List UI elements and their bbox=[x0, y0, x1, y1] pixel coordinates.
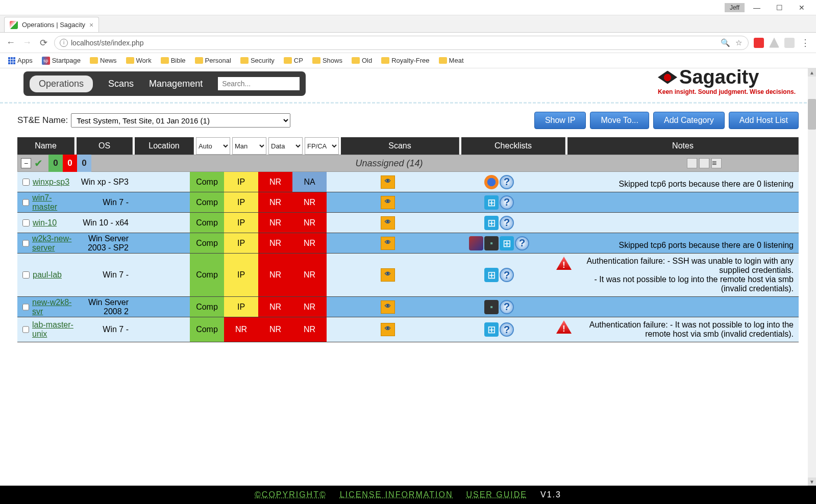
window-close-button[interactable]: ✕ bbox=[792, 1, 812, 15]
nessus-icon[interactable] bbox=[381, 175, 395, 189]
win-icon[interactable] bbox=[484, 268, 499, 282]
nessus-icon[interactable] bbox=[381, 216, 395, 230]
q-icon[interactable]: ? bbox=[500, 300, 514, 314]
col-man-select[interactable]: Man bbox=[232, 137, 266, 155]
bookmark-startpage[interactable]: spStartpage bbox=[39, 56, 84, 66]
row-checkbox[interactable] bbox=[22, 304, 29, 311]
cube-icon[interactable] bbox=[469, 236, 483, 250]
window-maximize-button[interactable]: ☐ bbox=[769, 1, 789, 15]
bookmark-folder[interactable]: Old bbox=[349, 56, 375, 65]
footer-copyright-link[interactable]: ©COPYRIGHT© bbox=[255, 490, 327, 499]
browser-menu-button[interactable]: ⋮ bbox=[800, 37, 811, 48]
ff-icon[interactable] bbox=[484, 175, 499, 189]
url-text: localhost/ste/index.php bbox=[71, 39, 143, 47]
browser-toolbar: ← → ⟳ i localhost/ste/index.php 🔍 ☆ ⋮ bbox=[0, 33, 816, 53]
reload-button[interactable]: ⟳ bbox=[38, 37, 49, 48]
nessus-icon[interactable] bbox=[381, 300, 395, 314]
group-collapse-icon[interactable]: − bbox=[21, 158, 31, 168]
ste-name-select[interactable]: Test System, Test Site, 01 Jan 2016 (1) bbox=[71, 113, 290, 128]
extension-icon[interactable] bbox=[754, 38, 764, 48]
col-fp-select[interactable]: FP/CA bbox=[305, 137, 339, 155]
win-icon[interactable] bbox=[484, 216, 499, 230]
table-row: new-w2k8-svr Win Server 2008 2 Comp IP N… bbox=[17, 297, 799, 317]
host-link[interactable]: win-10 bbox=[33, 218, 57, 228]
nav-operations[interactable]: Operations bbox=[30, 75, 93, 92]
group-action-icon[interactable] bbox=[687, 158, 697, 168]
table-row: lab-master-unix Win 7 - Comp NR NR NR ? … bbox=[17, 317, 799, 342]
scrollbar-thumb[interactable] bbox=[808, 99, 816, 130]
bookmark-folder[interactable]: Work bbox=[123, 56, 155, 65]
row-checkbox[interactable] bbox=[22, 199, 29, 206]
move-to-button[interactable]: Move To... bbox=[590, 112, 649, 129]
footer-license-link[interactable]: LICENSE INFORMATION bbox=[340, 490, 453, 499]
bookmark-folder[interactable]: Personal bbox=[192, 56, 234, 65]
win-icon[interactable] bbox=[484, 322, 499, 337]
scroll-up-icon[interactable]: ▲ bbox=[808, 68, 816, 77]
cell-checklists: ? bbox=[447, 254, 551, 296]
bookmark-folder[interactable]: Royalty-Free bbox=[378, 56, 432, 65]
win-icon[interactable] bbox=[484, 195, 499, 210]
row-checkbox[interactable] bbox=[22, 179, 30, 186]
host-link[interactable]: lab-master-unix bbox=[32, 320, 75, 339]
group-list-icon[interactable]: ≡ bbox=[711, 158, 722, 168]
footer-guide-link[interactable]: USER GUIDE bbox=[466, 490, 527, 499]
tab-close-icon[interactable]: × bbox=[89, 21, 93, 29]
row-checkbox[interactable] bbox=[22, 219, 30, 226]
q-icon[interactable]: ? bbox=[500, 175, 514, 189]
nessus-icon[interactable] bbox=[381, 196, 395, 209]
back-button[interactable]: ← bbox=[5, 37, 16, 48]
host-link[interactable]: win7-master bbox=[32, 193, 75, 212]
cell-name: paul-lab bbox=[17, 254, 75, 296]
window-minimize-button[interactable]: — bbox=[747, 1, 767, 15]
bookmark-folder[interactable]: Shows bbox=[309, 56, 345, 65]
col-auto-select[interactable]: Auto bbox=[196, 137, 230, 155]
bookmark-star-icon[interactable]: ☆ bbox=[734, 38, 743, 47]
row-checkbox[interactable] bbox=[22, 240, 29, 247]
browser-tab[interactable]: Operations | Sagacity × bbox=[4, 17, 99, 32]
bookmark-folder[interactable]: News bbox=[87, 56, 120, 65]
q-icon[interactable]: ? bbox=[500, 195, 514, 210]
bookmark-folder[interactable]: Meat bbox=[436, 56, 467, 65]
q-icon[interactable]: ? bbox=[515, 236, 529, 250]
srv-icon[interactable] bbox=[484, 236, 499, 250]
host-link[interactable]: winxp-sp3 bbox=[33, 178, 69, 187]
forward-button[interactable]: → bbox=[21, 37, 33, 48]
host-link[interactable]: new-w2k8-svr bbox=[32, 298, 75, 316]
site-info-icon[interactable]: i bbox=[60, 39, 68, 47]
bookmark-folder[interactable]: Security bbox=[237, 56, 278, 65]
vertical-scrollbar[interactable]: ▲ ▼ bbox=[808, 68, 816, 486]
nessus-icon[interactable] bbox=[381, 237, 395, 250]
cell-fp-status: NR bbox=[292, 213, 327, 233]
nessus-icon[interactable] bbox=[381, 323, 395, 336]
extension-icon[interactable] bbox=[784, 38, 795, 48]
add-host-list-button[interactable]: Add Host List bbox=[729, 112, 799, 129]
nessus-icon[interactable] bbox=[381, 268, 395, 282]
extension-icon[interactable] bbox=[769, 38, 779, 48]
nav-scans[interactable]: Scans bbox=[108, 79, 134, 89]
show-ip-button[interactable]: Show IP bbox=[534, 112, 586, 129]
scroll-down-icon[interactable]: ▼ bbox=[808, 477, 816, 486]
host-link[interactable]: w2k3-new-server bbox=[32, 234, 75, 253]
q-icon[interactable]: ? bbox=[500, 268, 514, 282]
q-icon[interactable]: ? bbox=[500, 216, 514, 230]
ste-name-label: ST&E Name: bbox=[17, 115, 68, 125]
search-input[interactable] bbox=[218, 77, 300, 90]
row-checkbox[interactable] bbox=[22, 326, 29, 333]
srv-icon[interactable] bbox=[484, 300, 499, 314]
address-bar[interactable]: i localhost/ste/index.php 🔍 ☆ bbox=[54, 36, 749, 50]
add-category-button[interactable]: Add Category bbox=[653, 112, 725, 129]
host-link[interactable]: paul-lab bbox=[33, 270, 62, 280]
win-icon[interactable] bbox=[500, 236, 514, 250]
bookmark-apps[interactable]: Apps bbox=[5, 56, 36, 65]
row-checkbox[interactable] bbox=[22, 271, 30, 279]
cell-man-status: IP bbox=[224, 297, 258, 317]
bookmark-folder[interactable]: Bible bbox=[158, 56, 189, 65]
cell-name: lab-master-unix bbox=[17, 317, 75, 342]
q-icon[interactable]: ? bbox=[500, 322, 514, 337]
nav-management[interactable]: Management bbox=[149, 79, 203, 89]
group-check-icon[interactable]: ✔ bbox=[34, 157, 46, 169]
bookmark-folder[interactable]: CP bbox=[281, 56, 306, 65]
col-data-select[interactable]: Data bbox=[268, 137, 303, 155]
zoom-icon[interactable]: 🔍 bbox=[721, 38, 730, 47]
group-action-icon[interactable] bbox=[699, 158, 709, 168]
